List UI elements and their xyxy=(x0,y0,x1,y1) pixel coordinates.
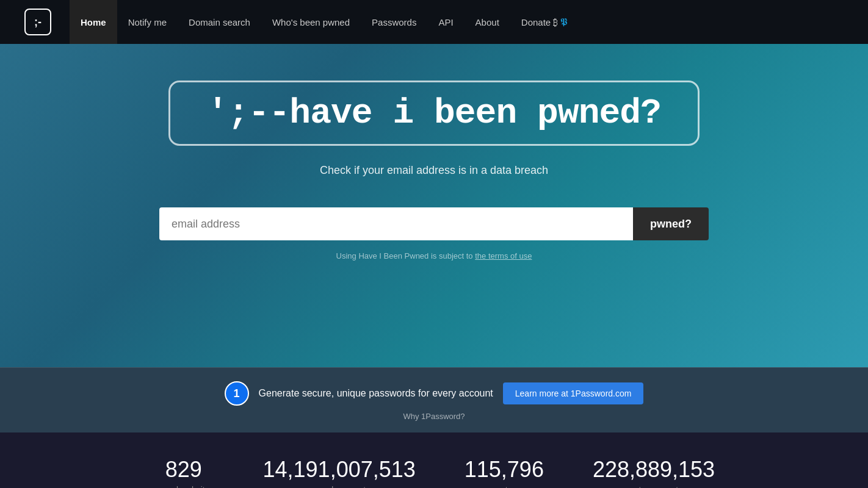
stats-section: 829 pwned websites 14,191,007,513 pwned … xyxy=(0,432,868,488)
terms-link[interactable]: the terms of use xyxy=(475,251,532,260)
stat-pwned-accounts: 14,191,007,513 pwned accounts xyxy=(263,457,416,488)
stat-paste-accounts: 228,889,153 paste accounts xyxy=(593,457,715,488)
hero-title-box: ';--have i been pwned? xyxy=(168,81,700,146)
logo-box: ;- xyxy=(24,9,51,35)
hero-section: ';--have i been pwned? Check if your ema… xyxy=(0,44,868,367)
hero-title: ';--have i been pwned? xyxy=(207,93,661,133)
nav-link-donate[interactable]: Donate ₿ 𝕻 xyxy=(510,0,579,44)
nav-item-passwords[interactable]: Passwords xyxy=(361,0,427,44)
search-bar: pwned? xyxy=(159,207,709,240)
nav-link-whos-been-pwned[interactable]: Who's been pwned xyxy=(261,0,361,44)
nav-link-api[interactable]: API xyxy=(427,0,464,44)
nav-item-domain-search[interactable]: Domain search xyxy=(178,0,261,44)
onepassword-logo: 1 xyxy=(225,381,249,406)
nav-item-home[interactable]: Home xyxy=(70,0,117,44)
nav-link-notify-me[interactable]: Notify me xyxy=(117,0,178,44)
stat-number-pwned-websites: 829 xyxy=(153,457,214,483)
donate-icons: Donate ₿ 𝕻 xyxy=(521,16,568,27)
stat-label-paste-accounts: paste accounts xyxy=(593,485,715,488)
nav-item-donate[interactable]: Donate ₿ 𝕻 xyxy=(510,0,579,44)
nav-item-whos-been-pwned[interactable]: Who's been pwned xyxy=(261,0,361,44)
stat-number-pastes: 115,796 xyxy=(465,457,544,483)
nav-item-api[interactable]: API xyxy=(427,0,464,44)
terms-static-text: Using Have I Been Pwned is subject to xyxy=(336,251,473,260)
terms-text: Using Have I Been Pwned is subject to th… xyxy=(336,251,532,260)
stat-number-paste-accounts: 228,889,153 xyxy=(593,457,715,483)
nav-item-about[interactable]: About xyxy=(465,0,510,44)
stat-label-pwned-websites: pwned websites xyxy=(153,485,214,488)
email-input[interactable] xyxy=(159,207,633,240)
navbar: ;- Home Notify me Domain search Who's be… xyxy=(0,0,868,44)
pwned-button[interactable]: pwned? xyxy=(633,207,709,240)
nav-link-about[interactable]: About xyxy=(465,0,510,44)
onepassword-promo-text: Generate secure, unique passwords for ev… xyxy=(259,388,493,399)
stat-pwned-websites: 829 pwned websites xyxy=(153,457,214,488)
onepassword-content: 1 Generate secure, unique passwords for … xyxy=(12,381,856,406)
stat-pastes: 115,796 pastes xyxy=(465,457,544,488)
onepassword-banner: 1 Generate secure, unique passwords for … xyxy=(0,367,868,432)
nav-link-passwords[interactable]: Passwords xyxy=(361,0,427,44)
why-1password-link[interactable]: Why 1Password? xyxy=(403,412,465,421)
hero-subtitle: Check if your email address is in a data… xyxy=(320,164,548,177)
stat-number-pwned-accounts: 14,191,007,513 xyxy=(263,457,416,483)
nav-item-notify-me[interactable]: Notify me xyxy=(117,0,178,44)
stat-label-pwned-accounts: pwned accounts xyxy=(263,485,416,488)
learn-more-button[interactable]: Learn more at 1Password.com xyxy=(503,382,644,404)
paypal-icon: 𝕻 xyxy=(560,16,567,27)
logo-symbol: ;- xyxy=(34,16,42,29)
onepassword-logo-letter: 1 xyxy=(234,387,240,400)
stat-label-pastes: pastes xyxy=(465,485,544,488)
nav-link-domain-search[interactable]: Domain search xyxy=(178,0,261,44)
nav-link-home[interactable]: Home xyxy=(70,0,117,44)
logo[interactable]: ;- xyxy=(24,9,51,35)
donate-label: Donate ₿ xyxy=(521,17,559,27)
nav-menu: Home Notify me Domain search Who's been … xyxy=(70,0,578,44)
